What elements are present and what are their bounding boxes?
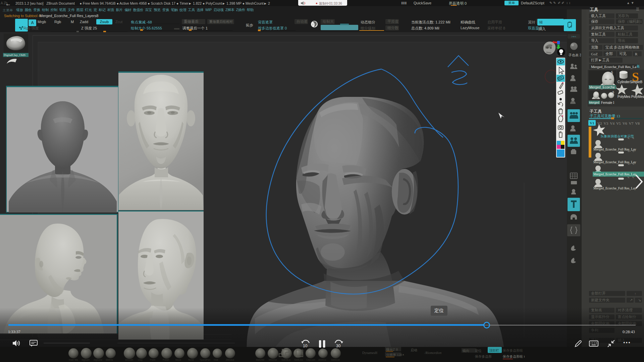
svg-text:MNirrior: MNirrior [269,359,277,361]
svg-text:Point: Point [150,359,155,361]
svg-text:digSant: digSant [82,359,90,361]
svg-text:PolyMes: PolyMes [631,95,644,99]
svg-text:10: 10 [303,344,308,348]
svg-text:Move: Move [175,359,181,361]
svg-text:5: 5 [597,92,599,95]
svg-text:SdilntiLa: SdilntiLa [281,359,290,361]
svg-text:30: 30 [336,344,341,348]
svg-text:Female ʇ: Female ʇ [601,101,614,105]
svg-text:5: 5 [612,90,614,94]
svg-text:digSand: digSand [94,359,102,361]
svg-text:SMirns: SMirns [106,359,113,361]
svg-text:5: 5 [611,71,613,74]
svg-text:SimpleB: SimpleB [630,80,643,84]
svg-text:Smooth: Smooth [125,359,133,361]
svg-text:SlbNCld: SlbNCld [331,359,340,361]
svg-text:Inlat: Inlat [214,359,218,361]
svg-text:Cylinder: Cylinder [618,80,630,84]
svg-text:PolyMes: PolyMes [618,95,630,99]
svg-text:Inser Ma: Inser Ma [69,359,78,361]
svg-text:Polish: Polish [163,359,169,361]
svg-text:SelitLDo: SelitLDo [294,359,303,361]
svg-text:子色表 3: 子色表 3 [568,53,581,57]
svg-text:ZModus: ZModus [226,359,234,361]
svg-text:Clay: Clay [138,359,143,361]
svg-text:AmirCo: AmirCo [318,359,326,361]
svg-text:ClipCom: ClipCom [306,359,315,361]
svg-text:Merged_Ecorche: Merged_Ecorche [589,85,615,89]
svg-text:MatchM: MatchM [256,359,264,361]
svg-text:Merged: Merged [589,101,599,104]
svg-text:Norst: Norst [188,359,194,361]
svg-text:TporstPen: TporstPen [200,359,210,361]
